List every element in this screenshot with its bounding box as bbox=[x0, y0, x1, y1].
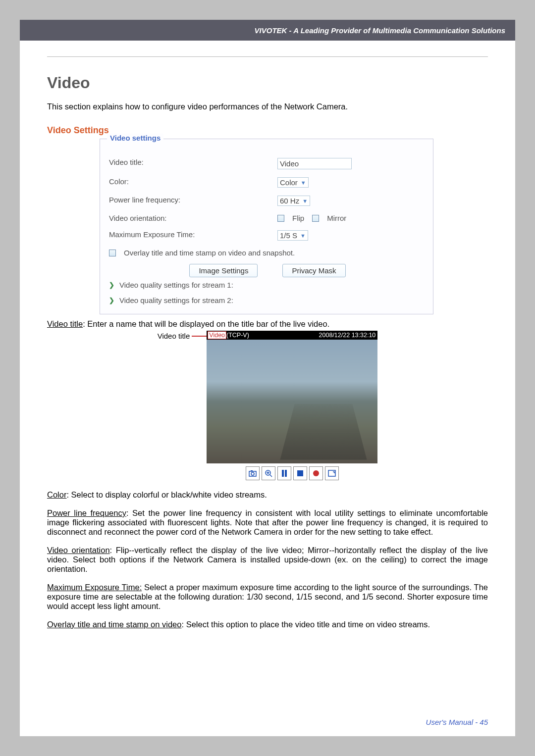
video-preview: Video(TCP-V) 2008/12/22 13:32:10 bbox=[207, 331, 377, 485]
label-orientation: Video orientation: bbox=[109, 214, 272, 222]
svg-point-10 bbox=[313, 470, 319, 476]
preview-callout: Video title bbox=[158, 332, 207, 340]
svg-rect-2 bbox=[251, 470, 253, 471]
row-orientation: Video orientation: Flip Mirror bbox=[109, 210, 426, 226]
stream1-expand[interactable]: ❯ Video quality settings for stream 1: bbox=[109, 277, 426, 293]
footer-text: User's Manual - 45 bbox=[426, 718, 488, 726]
camera-icon[interactable] bbox=[246, 466, 260, 480]
label-color: Color: bbox=[109, 177, 272, 188]
overlay-title-highlight: Video bbox=[208, 331, 226, 339]
expand-icon[interactable] bbox=[325, 466, 339, 480]
intro-text: This section explains how to configure v… bbox=[47, 102, 488, 111]
label-frequency: Power line frequency: bbox=[109, 196, 272, 206]
zoom-icon[interactable] bbox=[262, 466, 275, 480]
video-image bbox=[207, 340, 377, 463]
page-header: VIVOTEK - A Leading Provider of Multimed… bbox=[20, 20, 515, 41]
image-settings-button[interactable]: Image Settings bbox=[189, 264, 258, 277]
svg-rect-0 bbox=[249, 471, 256, 476]
panel-legend: Video settings bbox=[107, 134, 163, 142]
record-icon[interactable] bbox=[309, 466, 323, 480]
svg-rect-9 bbox=[297, 470, 303, 476]
overlay-timestamp: 2008/12/22 13:32:10 bbox=[319, 332, 376, 339]
label-exposure: Maximum Exposure Time: bbox=[109, 230, 272, 241]
mirror-label: Mirror bbox=[327, 214, 346, 222]
chevron-down-icon: ▼ bbox=[300, 233, 306, 239]
svg-rect-8 bbox=[285, 470, 287, 477]
frequency-select[interactable]: 60 Hz ▼ bbox=[277, 196, 310, 206]
video-title-input[interactable]: Video bbox=[277, 158, 352, 169]
flip-label: Flip bbox=[292, 214, 304, 222]
overlay-checkbox[interactable] bbox=[109, 250, 116, 256]
stream2-expand[interactable]: ❯ Video quality settings for stream 2: bbox=[109, 293, 426, 308]
row-exposure: Maximum Exposure Time: 1/5 S ▼ bbox=[109, 226, 426, 245]
stream1-label: Video quality settings for stream 1: bbox=[119, 281, 233, 289]
exposure-select[interactable]: 1/5 S ▼ bbox=[277, 230, 308, 241]
svg-rect-7 bbox=[282, 470, 284, 477]
pause-icon[interactable] bbox=[277, 466, 291, 480]
label-video-title: Video title: bbox=[109, 158, 272, 169]
color-value: Color bbox=[280, 178, 298, 187]
row-color: Color: Color ▼ bbox=[109, 173, 426, 192]
svg-line-4 bbox=[270, 475, 272, 477]
divider bbox=[47, 56, 488, 57]
stop-icon[interactable] bbox=[293, 466, 307, 480]
chevron-down-icon: ▼ bbox=[302, 198, 308, 204]
chevron-right-icon: ❯ bbox=[109, 297, 114, 304]
video-settings-panel: Video settings Video title: Video Color:… bbox=[100, 139, 433, 314]
row-overlay: Overlay title and time stamp on video an… bbox=[109, 245, 426, 261]
mirror-checkbox[interactable] bbox=[312, 215, 319, 222]
row-video-title: Video title: Video bbox=[109, 154, 426, 173]
overlay-label: Overlay title and time stamp on video an… bbox=[124, 249, 295, 257]
desc-overlay: Overlay title and time stamp on video: S… bbox=[47, 620, 488, 629]
page-title: Video bbox=[47, 74, 488, 92]
exposure-value: 1/5 S bbox=[280, 231, 297, 240]
overlay-title-rest: (TCP-V) bbox=[226, 332, 249, 339]
preview-wrapper: Video title Video(TCP-V) 2008/12/22 13:3… bbox=[47, 331, 488, 485]
desc-frequency: Power line frequency: Set the power line… bbox=[47, 508, 488, 537]
frequency-value: 60 Hz bbox=[280, 197, 299, 205]
stream2-label: Video quality settings for stream 2: bbox=[119, 296, 233, 304]
row-frequency: Power line frequency: 60 Hz ▼ bbox=[109, 192, 426, 210]
flip-checkbox[interactable] bbox=[277, 215, 284, 222]
svg-point-1 bbox=[251, 472, 254, 475]
desc-color: Color: Select to display colorful or bla… bbox=[47, 490, 488, 500]
desc-exposure: Maximum Exposure Time: Select a proper m… bbox=[47, 583, 488, 611]
header-text: VIVOTEK - A Leading Provider of Multimed… bbox=[255, 26, 505, 35]
color-select[interactable]: Color ▼ bbox=[277, 177, 309, 188]
svg-point-3 bbox=[266, 470, 270, 475]
video-overlay-bar: Video(TCP-V) 2008/12/22 13:32:10 bbox=[207, 331, 377, 340]
privacy-mask-button[interactable]: Privacy Mask bbox=[282, 264, 345, 277]
chevron-right-icon: ❯ bbox=[109, 281, 114, 289]
callout-line-icon bbox=[192, 336, 207, 337]
video-toolbar bbox=[207, 463, 377, 485]
svg-rect-11 bbox=[328, 470, 335, 476]
desc-video-title: Video title: Enter a name that will be d… bbox=[47, 319, 488, 329]
desc-orientation: Video orientation: Flip--vertically refl… bbox=[47, 546, 488, 574]
chevron-down-icon: ▼ bbox=[301, 180, 306, 186]
